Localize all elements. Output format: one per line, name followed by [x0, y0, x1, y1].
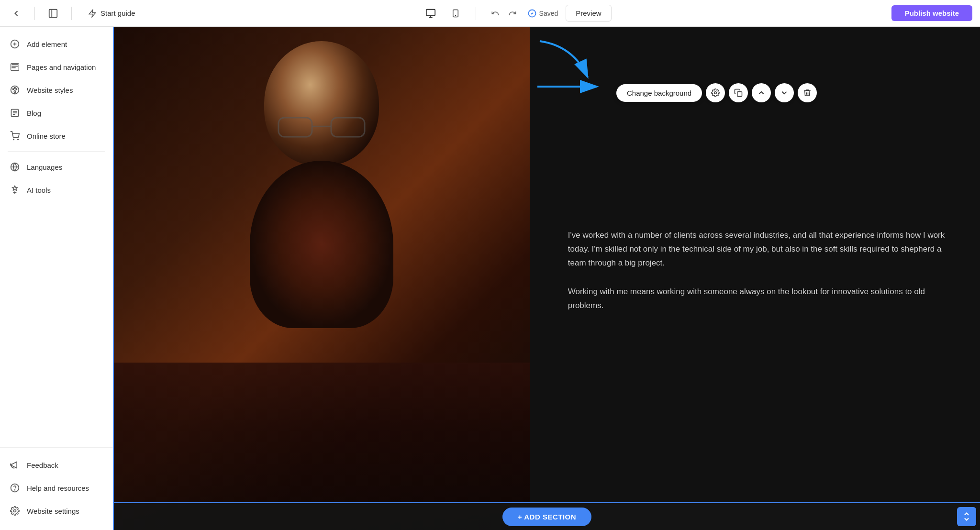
sidebar-item-online-store[interactable]: Online store: [0, 124, 113, 147]
svg-point-15: [16, 88, 17, 90]
undo-redo-group: [488, 6, 520, 21]
mobile-device-button[interactable]: [447, 5, 464, 22]
publish-button[interactable]: Publish website: [891, 5, 972, 21]
svg-point-31: [714, 92, 717, 94]
sidebar-item-ai-tools[interactable]: AI tools: [0, 178, 113, 201]
svg-point-14: [14, 88, 16, 89]
sidebar-item-blog[interactable]: Blog: [0, 101, 113, 124]
svg-rect-0: [49, 9, 57, 17]
section-move-up-button[interactable]: [752, 83, 771, 102]
sidebar-item-website-settings[interactable]: Website settings: [0, 499, 113, 522]
topbar-right: Publish website: [891, 5, 972, 21]
section-move-down-button[interactable]: [775, 83, 794, 102]
sidebar-item-help-resources[interactable]: Help and resources: [0, 476, 113, 499]
add-section-bar: + ADD SECTION: [114, 502, 980, 530]
divider2: [71, 7, 72, 20]
svg-rect-25: [278, 118, 312, 137]
preview-button[interactable]: Preview: [566, 5, 611, 22]
sidebar-item-languages[interactable]: Languages: [0, 155, 113, 178]
divider: [34, 7, 35, 20]
change-background-button[interactable]: Change background: [616, 84, 702, 102]
canvas-area: I've worked with a number of clients acr…: [114, 27, 980, 530]
svg-rect-32: [737, 92, 742, 97]
languages-icon: [10, 162, 20, 172]
divider3: [476, 7, 476, 20]
question-circle-icon: [10, 483, 20, 493]
cart-icon: [10, 131, 20, 141]
svg-point-13: [12, 88, 14, 90]
sidebar-item-website-styles[interactable]: Website styles: [0, 78, 113, 101]
main-layout: Add element Pages and navigation: [0, 27, 980, 530]
section-settings-button[interactable]: [706, 83, 725, 102]
scroll-handle[interactable]: [957, 507, 976, 526]
palette-icon: [10, 85, 20, 95]
redo-button[interactable]: [505, 6, 520, 21]
sidebar-bottom: Feedback Help and resources: [0, 447, 113, 530]
sidebar-item-feedback[interactable]: Feedback: [0, 453, 113, 476]
sidebar-item-add-element[interactable]: Add element: [0, 33, 113, 55]
svg-point-24: [14, 510, 16, 512]
add-section-button[interactable]: + ADD SECTION: [502, 508, 591, 526]
website-section[interactable]: I've worked with a number of clients acr…: [114, 27, 980, 530]
back-button[interactable]: [8, 5, 25, 22]
blog-icon: [10, 108, 20, 118]
undo-button[interactable]: [488, 6, 503, 21]
sidebar-separator: [8, 151, 105, 152]
panel-toggle-button[interactable]: [45, 5, 62, 22]
pages-icon: [10, 62, 20, 72]
ai-icon: [10, 185, 20, 195]
annotation-arrow-2: [535, 75, 602, 99]
megaphone-icon: [10, 460, 20, 470]
top-bar: Start guide: [0, 0, 980, 27]
sidebar-nav: Add element Pages and navigation: [0, 27, 113, 447]
paragraph-1: I've worked with a number of clients acr…: [568, 229, 951, 270]
svg-rect-26: [331, 118, 365, 137]
section-toolbar: Change background: [616, 83, 817, 102]
section-image: [114, 27, 530, 530]
person-portrait: [114, 27, 530, 530]
svg-rect-2: [426, 9, 434, 15]
sidebar: Add element Pages and navigation: [0, 27, 114, 530]
topbar-left: Start guide: [8, 5, 142, 22]
sidebar-item-pages-navigation[interactable]: Pages and navigation: [0, 55, 113, 78]
start-guide-button[interactable]: Start guide: [81, 6, 142, 21]
paragraph-2: Working with me means working with someo…: [568, 285, 951, 313]
svg-point-20: [13, 139, 14, 140]
saved-indicator: Saved: [528, 9, 558, 18]
plus-circle-icon: [10, 39, 20, 49]
section-copy-button[interactable]: [729, 83, 748, 102]
svg-point-21: [18, 139, 19, 140]
desktop-device-button[interactable]: [422, 5, 439, 22]
gear-icon: [10, 506, 20, 516]
topbar-center: Saved Preview: [142, 5, 891, 22]
section-delete-button[interactable]: [798, 83, 817, 102]
